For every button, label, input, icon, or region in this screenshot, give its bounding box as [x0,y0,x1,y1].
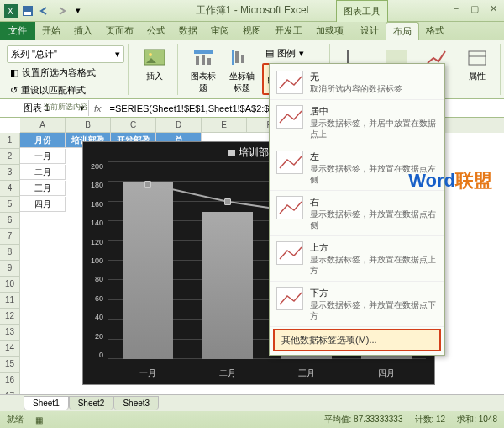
data-labels-menu-item[interactable]: 左显示数据标签，并放置在数据点左侧 [270,145,444,191]
svg-rect-6 [194,50,213,54]
tab-file[interactable]: 文件 [0,22,35,40]
data-labels-option-icon [276,196,303,219]
legend-button[interactable]: ▤ 图例▾ [262,45,326,61]
chart-title-button[interactable]: 图表标题 [185,45,222,96]
minimize-icon[interactable]: − [449,2,464,15]
tab-layout[interactable]: 布局 [386,22,419,40]
close-icon[interactable]: ✕ [486,2,501,15]
menu-item-description: 显示数据标签，并放置在数据点上方 [310,254,438,276]
chart-x-axis: 一月二月三月四月 [108,367,426,379]
row-header[interactable]: 8 [0,245,20,261]
data-labels-option-icon [276,151,303,174]
insert-button[interactable]: 插入 [135,45,174,84]
row-header[interactable]: 12 [0,309,20,325]
sheet-tab[interactable]: Sheet3 [113,396,159,410]
format-selection-button[interactable]: ◧ 设置所选内容格式 [7,65,124,81]
format-selection-label: 设置所选内容格式 [22,66,96,79]
data-labels-menu-item[interactable]: 居中显示数据标签，并居中放置在数据点上 [270,100,444,145]
ribbon-group-insert: 插入 [132,44,178,95]
row-header[interactable]: 1 [0,133,20,149]
chevron-down-icon: ▾ [115,49,120,60]
undo-icon[interactable] [37,3,52,18]
tab-insert[interactable]: 插入 [67,22,99,40]
row-header[interactable]: 15 [0,357,20,373]
picture-icon [141,47,168,69]
data-labels-menu-item[interactable]: 上方显示数据标签，并放置在数据点上方 [270,236,444,282]
excel-icon: X [3,3,18,18]
redo-icon[interactable] [54,3,69,18]
maximize-icon[interactable]: ▢ [467,2,482,15]
svg-rect-16 [469,51,486,65]
chart-line-marker[interactable] [224,198,231,205]
tab-format[interactable]: 格式 [419,22,451,40]
reset-style-label: 重设以匹配样式 [21,84,86,97]
svg-point-5 [149,53,152,56]
more-data-label-options[interactable]: 其他数据标签选项(M)... [273,329,441,351]
tab-design[interactable]: 设计 [354,22,386,40]
header-cell[interactable]: 月份 [20,133,66,148]
col-header[interactable]: B [66,118,111,133]
data-labels-option-icon [276,241,303,265]
status-average: 平均值: 87.33333333 [324,414,403,425]
menu-item-description: 显示数据标签，并居中放置在数据点上 [310,118,438,140]
row-header[interactable]: 4 [0,181,20,197]
axis-titles-button[interactable]: 坐标轴标题 [223,45,260,96]
data-cell[interactable]: 一月 [20,149,66,164]
tab-addins[interactable]: 加载项 [309,22,350,40]
col-header[interactable]: E [202,118,247,133]
data-labels-menu-item[interactable]: 右显示数据标签，并放置在数据点右侧 [270,191,444,236]
reset-icon: ↺ [10,85,18,96]
row-header[interactable]: 2 [0,149,20,165]
row-header[interactable]: 7 [0,229,20,245]
window-title: 工作簿1 - Microsoft Excel [196,3,309,18]
data-cell[interactable]: 三月 [20,181,66,196]
tab-pagelayout[interactable]: 页面布 [99,22,140,40]
svg-rect-8 [202,55,205,65]
legend-icon: ▤ [265,48,274,59]
row-header[interactable]: 13 [0,325,20,341]
row-header[interactable]: 6 [0,213,20,229]
row-header[interactable]: 11 [0,293,20,309]
axis-titles-label: 坐标轴标题 [225,71,259,94]
tab-view[interactable]: 视图 [236,22,268,40]
data-cell[interactable]: 四月 [20,197,66,212]
ribbon-group-label: 当前所选内容 [7,102,124,113]
row-header[interactable]: 5 [0,197,20,213]
row-header[interactable]: 9 [0,261,20,277]
chart-y-axis: 020406080100120140160180200 [83,162,105,359]
properties-label: 属性 [469,71,486,82]
chart-title-label: 图表标题 [186,71,220,94]
tab-developer[interactable]: 开发工 [268,22,309,40]
row-header[interactable]: 14 [0,341,20,357]
row-header[interactable]: 10 [0,277,20,293]
save-icon[interactable] [20,3,35,18]
row-header[interactable]: 3 [0,165,20,181]
qat-dropdown-icon[interactable]: ▾ [71,3,86,18]
svg-rect-7 [196,56,199,65]
sheet-tab[interactable]: Sheet2 [69,396,114,410]
tab-home[interactable]: 开始 [35,22,67,40]
status-ready: 就绪 [7,414,24,425]
row-header[interactable]: 16 [0,373,20,388]
col-header[interactable]: D [156,118,202,133]
col-header[interactable]: A [20,118,66,133]
menu-item-description: 显示数据标签，并放置在数据点下方 [310,299,438,321]
data-labels-menu-item[interactable]: 无取消所选内容的数据标签 [270,66,444,100]
tab-formulas[interactable]: 公式 [140,22,172,40]
menu-item-title: 右 [310,196,438,209]
properties-button[interactable]: 属性 [458,45,496,93]
chart-line-marker[interactable] [144,181,151,188]
format-selection-icon: ◧ [10,67,18,78]
menu-item-description: 显示数据标签，并放置在数据点左侧 [310,163,438,185]
status-sum: 求和: 1048 [457,414,497,425]
col-header[interactable]: C [111,118,156,133]
menu-item-title: 上方 [310,241,438,254]
tab-review[interactable]: 审阅 [204,22,236,40]
sheet-tab[interactable]: Sheet1 [24,396,69,410]
tab-data[interactable]: 数据 [172,22,204,40]
data-labels-dropdown-menu: 无取消所选内容的数据标签居中显示数据标签，并居中放置在数据点上左显示数据标签，并… [269,63,445,356]
data-cell[interactable]: 二月 [20,165,66,180]
series-selector[interactable]: 系列 "总计"▾ [7,45,124,63]
data-labels-menu-item[interactable]: 下方显示数据标签，并放置在数据点下方 [270,282,444,327]
reset-style-button[interactable]: ↺ 重设以匹配样式 [7,82,124,98]
